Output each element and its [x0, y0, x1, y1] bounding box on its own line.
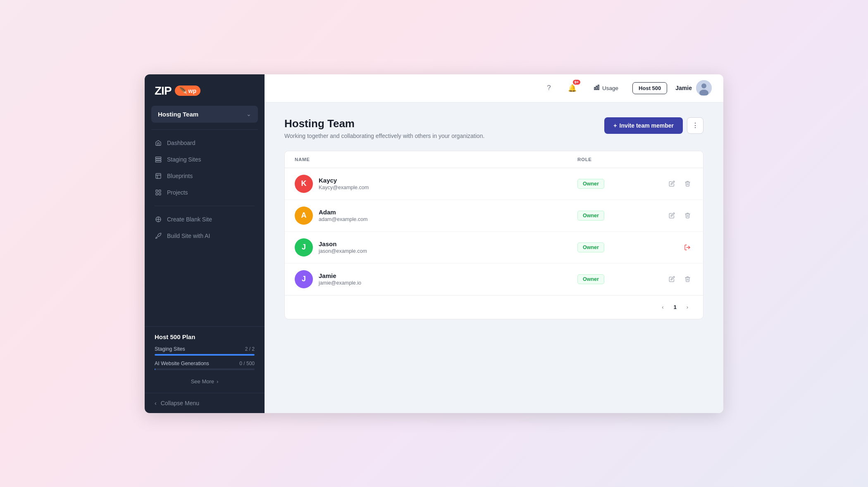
- col-name-header: NAME: [295, 157, 577, 162]
- bar-chart-icon: [594, 84, 600, 92]
- invite-btn-label: Invite team member: [620, 122, 674, 129]
- blueprint-icon: [155, 172, 162, 180]
- help-button[interactable]: ?: [541, 81, 556, 95]
- sidebar-divider-2: [155, 206, 255, 206]
- pagination-next-button[interactable]: ›: [682, 302, 693, 313]
- logo-wing-icon: 🪶: [179, 87, 187, 95]
- plus-icon: +: [613, 122, 617, 129]
- chevron-right-icon: ›: [217, 378, 218, 385]
- stat-ai-bar: [155, 368, 255, 370]
- member-cell-jason: J Jason jason@example.com: [295, 238, 577, 257]
- member-email-jason: jason@example.com: [319, 248, 367, 254]
- svg-rect-10: [596, 86, 597, 90]
- sidebar-item-create-blank-label: Create Blank Site: [167, 216, 212, 223]
- bell-icon: 🔔: [568, 84, 577, 93]
- member-email-kaycy: Kaycy@example.com: [319, 185, 369, 190]
- role-cell-jamie: Owner: [577, 274, 660, 284]
- logo-text: ZIP: [155, 84, 172, 97]
- notifications-button[interactable]: 🔔 9+: [565, 81, 579, 95]
- sidebar-item-build-ai-label: Build Site with AI: [167, 233, 210, 239]
- sidebar-item-build-ai[interactable]: Build Site with AI: [148, 228, 261, 244]
- role-cell-jason: Owner: [577, 242, 660, 252]
- collapse-left-icon: ‹: [155, 400, 157, 406]
- sidebar-item-staging-label: Staging Sites: [167, 156, 201, 163]
- notification-count: 9+: [573, 80, 580, 85]
- pagination: ‹ 1 ›: [285, 295, 703, 319]
- user-initials: [696, 80, 712, 96]
- page-header-text: Hosting Team Working together and collab…: [284, 117, 484, 139]
- user-name: Jamie: [675, 85, 692, 91]
- sidebar-item-staging-sites[interactable]: Staging Sites: [148, 151, 261, 168]
- svg-rect-1: [155, 159, 161, 160]
- role-badge-jamie: Owner: [577, 274, 604, 284]
- stat-staging-label: Staging Sites: [155, 346, 185, 352]
- svg-rect-2: [155, 161, 161, 162]
- invite-team-member-button[interactable]: + Invite team member: [604, 117, 683, 134]
- member-email-jamie: jamie@example.io: [319, 280, 361, 286]
- user-avatar: [696, 80, 712, 96]
- sidebar-item-blueprints[interactable]: Blueprints: [148, 168, 261, 184]
- collapse-menu-btn[interactable]: ‹ Collapse Menu: [145, 393, 265, 413]
- rocket-icon: [155, 232, 162, 240]
- sidebar-item-dashboard[interactable]: Dashboard: [148, 135, 261, 151]
- page-content: Hosting Team Working together and collab…: [265, 102, 723, 413]
- table-row: J Jamie jamie@example.io Owner: [285, 264, 703, 295]
- table-row: A Adam adam@example.com Owner: [285, 200, 703, 232]
- role-cell-adam: Owner: [577, 211, 660, 221]
- delete-member-jamie-button[interactable]: [682, 273, 693, 285]
- sidebar-item-projects-label: Projects: [167, 189, 188, 196]
- member-cell-adam: A Adam adam@example.com: [295, 207, 577, 225]
- sidebar-item-create-blank[interactable]: Create Blank Site: [148, 211, 261, 228]
- table-row: J Jason jason@example.com Owner: [285, 232, 703, 264]
- svg-rect-4: [156, 190, 158, 192]
- delete-member-adam-button[interactable]: [682, 210, 693, 221]
- edit-member-kaycy-button[interactable]: [666, 178, 677, 190]
- svg-rect-7: [159, 193, 161, 195]
- edit-member-jamie-button[interactable]: [666, 273, 677, 285]
- member-name-adam: Adam: [319, 209, 367, 216]
- row-actions-kaycy: [660, 178, 693, 190]
- member-info-jamie: Jamie jamie@example.io: [319, 272, 361, 286]
- svg-rect-3: [156, 173, 161, 178]
- row-actions-adam: [660, 210, 693, 221]
- page-actions: + Invite team member ⋮: [604, 117, 703, 134]
- member-info-adam: Adam adam@example.com: [319, 209, 367, 222]
- main-content: ? 🔔 9+ Usage Host 500 Jamie: [265, 74, 723, 413]
- table-header: NAME ROLE: [285, 151, 703, 168]
- row-actions-jason: [660, 242, 693, 253]
- avatar-adam: A: [295, 207, 313, 225]
- grid-icon: [155, 189, 162, 196]
- sidebar: ZIP 🪶 wp Hosting Team ⌄ Dashboard: [145, 74, 265, 413]
- team-selector-label: Hosting Team: [158, 111, 198, 118]
- see-more-label: See More: [191, 378, 214, 385]
- avatar-jason: J: [295, 238, 313, 257]
- table-row: K Kaycy Kaycy@example.com Owner: [285, 168, 703, 200]
- collapse-menu-label: Collapse Menu: [161, 400, 199, 406]
- role-badge-jason: Owner: [577, 242, 604, 252]
- usage-button[interactable]: Usage: [588, 82, 624, 94]
- see-more-btn[interactable]: See More ›: [155, 375, 255, 386]
- edit-member-adam-button[interactable]: [666, 210, 677, 221]
- plan-stat-ai: AI Website Generations 0 / 500: [155, 361, 255, 370]
- user-info[interactable]: Jamie: [675, 80, 712, 96]
- plan-badge[interactable]: Host 500: [632, 82, 667, 94]
- page-title: Hosting Team: [284, 117, 484, 130]
- delete-member-kaycy-button[interactable]: [682, 178, 693, 190]
- role-badge-kaycy: Owner: [577, 179, 604, 189]
- leave-team-jason-button[interactable]: [682, 242, 693, 253]
- sidebar-item-dashboard-label: Dashboard: [167, 140, 196, 146]
- role-badge-adam: Owner: [577, 211, 604, 221]
- ellipsis-vertical-icon: ⋮: [692, 121, 699, 129]
- pagination-prev-button[interactable]: ‹: [657, 302, 668, 313]
- svg-rect-11: [598, 85, 599, 90]
- member-name-jamie: Jamie: [319, 272, 361, 279]
- team-selector[interactable]: Hosting Team ⌄: [151, 106, 258, 123]
- sidebar-item-projects[interactable]: Projects: [148, 184, 261, 201]
- member-name-kaycy: Kaycy: [319, 177, 369, 184]
- stat-staging-fill: [155, 354, 255, 356]
- more-options-button[interactable]: ⋮: [687, 117, 703, 134]
- help-icon: ?: [547, 84, 551, 92]
- plan-title: Host 500 Plan: [155, 333, 255, 340]
- logo-area: ZIP 🪶 wp: [145, 74, 265, 106]
- pagination-current: 1: [673, 304, 677, 310]
